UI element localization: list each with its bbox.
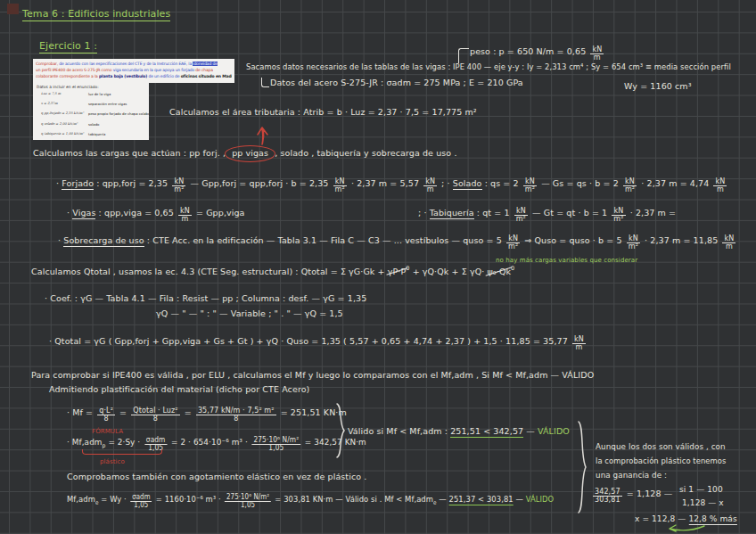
text-segment: · Qtotal = γG ( Gpp,forj + Gpp,viga + Gs… bbox=[49, 336, 571, 346]
text-segment: x = 112,8 — bbox=[635, 513, 688, 523]
text-segment: Calculamos las cargas que actúan : pp fo… bbox=[33, 148, 228, 158]
data-symbol: s = 2,37m bbox=[41, 102, 58, 105]
text-segment: VÁLIDO bbox=[538, 426, 570, 436]
wy-line: Wy = 1160 cm³ bbox=[624, 80, 692, 92]
area-tributaria-line: Calculamos el área tributaria : Atrib = … bbox=[169, 106, 477, 118]
text-segment: Tema 6 : Edificios industriales bbox=[22, 8, 170, 21]
statement-text: oficinas situado en Madrid bbox=[181, 74, 232, 78]
red-arrow-icon bbox=[256, 125, 272, 146]
text-segment: · 2,37 m = 5,57 bbox=[349, 178, 422, 188]
aunque-line-1: Aunque los dos son válidos , con bbox=[596, 440, 726, 452]
ganancia-line: 342,57303,81 = 1,128 — bbox=[591, 488, 672, 504]
text-segment: pp vigas bbox=[225, 145, 275, 162]
coef-g-line: · Coef. : γG — Tabla 4.1 — Fila : Resist… bbox=[45, 292, 366, 304]
text-segment: = 342,57 KN·m bbox=[302, 437, 366, 447]
text-segment: : CTE Acc. en la edificación — Tabla 3.1… bbox=[144, 235, 505, 245]
text-segment: · Mf = bbox=[67, 407, 95, 417]
data-description: luz de la viga bbox=[88, 92, 111, 96]
statement-text: idoneidad de bbox=[193, 62, 217, 66]
page-title: Tema 6 : Edificios industriales bbox=[22, 8, 170, 20]
fraction: 35,77 kN/m · 7,5² m²8 bbox=[196, 407, 276, 423]
text-segment: Forjado bbox=[62, 178, 94, 190]
text-segment: + γQ·Qk + Σ γQ· bbox=[410, 267, 488, 276]
text-segment: = Wy · bbox=[99, 494, 129, 504]
data-description: separación entre vigas bbox=[88, 102, 127, 106]
comprobamos-line: Comprobamos también con agotamiento elás… bbox=[67, 471, 366, 482]
fraction: kNm² bbox=[523, 178, 537, 194]
problem-data-image: Datos a incluir en el enunciado: Luz = 7… bbox=[33, 83, 149, 140]
text-segment: — Gpp,forj = qpp,forj · b = 2,35 bbox=[187, 178, 331, 188]
fraction: kNm² bbox=[506, 235, 520, 251]
text-segment: = 1160·10⁻⁶ m³ · bbox=[153, 494, 223, 504]
data-box-row: Luz = 7,5 mluz de la viga bbox=[37, 89, 145, 99]
text-segment: Datos del acero S-275-JR : σadm = 275 MP… bbox=[270, 78, 523, 87]
data-symbol: q solado = 2,00 kN/m² bbox=[41, 122, 78, 126]
statement-text: de chapa bbox=[195, 68, 213, 72]
text-segment: · Mf,adm bbox=[67, 437, 103, 447]
text-segment: FÓRMULA bbox=[92, 428, 123, 435]
data-symbol: q pp,forjado = 2,35 kN/m² bbox=[41, 111, 84, 115]
plastico-bracket-icon bbox=[82, 449, 162, 455]
fraction: kNm bbox=[722, 235, 735, 251]
text-segment: : qpp,viga = 0,65 bbox=[95, 208, 177, 218]
coef-q-line: γQ — " — " : " — Variable ; " . " — γQ =… bbox=[156, 308, 343, 319]
data-description: peso propio forjado de chapa colaborante bbox=[88, 111, 149, 116]
brace-ganancia bbox=[577, 421, 589, 513]
text-segment: Vigas bbox=[72, 208, 95, 219]
data-box-row: q tabiquería = 1,00 kN/m²tabiquería bbox=[37, 129, 145, 139]
mfadm-elastico-line: Mf,adme = Wy · σadm1,05 = 1160·10⁻⁶ m³ ·… bbox=[67, 493, 554, 509]
fraction: 275·10⁶ N/m²1,05 bbox=[225, 494, 271, 510]
text-segment: Comprobamos también con agotamiento elás… bbox=[67, 472, 366, 481]
fraction: kNm bbox=[713, 178, 727, 194]
forjado-solado-line: · Forjado : qpp,forj = 2,35 kNm² — Gpp,f… bbox=[56, 177, 728, 193]
text-segment: Ejercicio 1 : bbox=[39, 40, 97, 53]
statement-text: colaborante correspondiente a la bbox=[36, 74, 99, 78]
x-result-line: x = 112,8 — 12,8 % más bbox=[635, 513, 737, 524]
fraction: kNm bbox=[590, 46, 604, 62]
text-segment: Tabiquería bbox=[430, 208, 474, 219]
text-segment: Aunque los dos son válidos , con bbox=[596, 441, 726, 451]
peso-bracket-icon bbox=[458, 48, 469, 63]
fraction: kNm bbox=[423, 178, 437, 194]
exercise-heading: Ejercicio 1 : bbox=[39, 40, 97, 52]
text-segment: γQ — " — " : " — Variable ; " . " — γQ =… bbox=[156, 308, 343, 318]
text-segment: = 2 · 654·10⁻⁶ m³ · bbox=[168, 437, 251, 447]
corner-marker bbox=[7, 4, 19, 14]
text-segment: — bbox=[523, 426, 538, 436]
regla-tres-line-1: si 1 — 100 bbox=[679, 483, 723, 495]
text-segment: = Gpp,viga bbox=[193, 208, 245, 218]
data-box-row: q solado = 2,00 kN/m²solado bbox=[37, 119, 145, 129]
tabiqueria-line: ; · Tabiquería : qt = 1 kNm² — Gt = qt ·… bbox=[418, 207, 676, 223]
text-segment: ψ₀·Qk bbox=[487, 266, 511, 277]
text-segment: plástico bbox=[100, 458, 125, 465]
text-segment: : qpp,forj = 2,35 bbox=[94, 178, 170, 188]
text-segment: ; · bbox=[439, 178, 453, 188]
text-segment: — Gt = qt · b = 1 bbox=[530, 208, 610, 218]
fraction: kNm² bbox=[623, 178, 637, 194]
text-segment: ⇒ Quso = quso · b = 5 bbox=[522, 235, 625, 245]
admitiendo-line: Admitiendo plastificación del material (… bbox=[49, 383, 309, 395]
text-segment: Solado bbox=[453, 178, 482, 190]
text-segment: no hay más cargas variables que consider… bbox=[496, 257, 637, 264]
statement-text: en la que apoya un forjado bbox=[143, 68, 195, 72]
green-arrow-icon bbox=[667, 524, 706, 534]
text-segment: 1,128 — x bbox=[682, 497, 724, 507]
data-box-row: q pp,forjado = 2,35 kN/m²peso propio for… bbox=[37, 109, 145, 119]
fraction: kNm² bbox=[333, 178, 347, 194]
text-segment: Calculamos el área tributaria : Atrib = … bbox=[169, 107, 477, 117]
data-box-row: s = 2,37mseparación entre vigas bbox=[37, 99, 145, 109]
para-comprobar-line: Para comprobar si IPE400 es válida , por… bbox=[31, 369, 594, 381]
text-segment: si 1 — 100 bbox=[679, 484, 723, 494]
text-segment: · Coef. : γG — Tabla 4.1 — Fila : Resist… bbox=[45, 293, 366, 303]
data-description: solado bbox=[88, 122, 99, 127]
text-segment: 251,51 < 342,57 bbox=[450, 426, 523, 438]
text-segment: 12,8 % más bbox=[688, 513, 736, 525]
fraction: σadm1,05 bbox=[130, 494, 152, 510]
fraction: kNm bbox=[572, 336, 586, 352]
text-segment: Calculamos Qtotal , usamos la ec. 4.3 (C… bbox=[31, 267, 388, 276]
text-segment: , solado , tabiquería y sobrecarga de us… bbox=[272, 148, 456, 158]
text-segment: Admitiendo plastificación del material (… bbox=[49, 384, 309, 394]
text-segment: 251,37 < 303,81 bbox=[449, 494, 514, 505]
statement-text: viga secundaria bbox=[113, 68, 143, 72]
text-segment: · 2,37 m = 4,74 bbox=[638, 178, 711, 188]
